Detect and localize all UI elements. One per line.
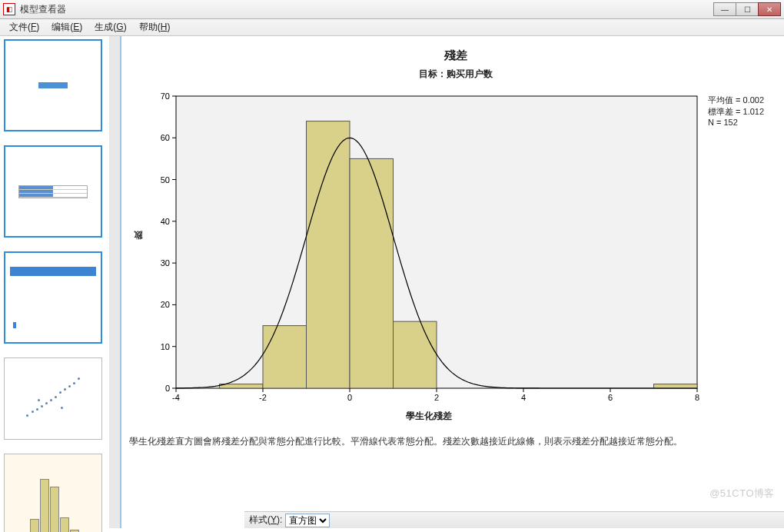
svg-text:30: 30 <box>161 258 170 268</box>
svg-text:4: 4 <box>521 393 526 402</box>
stat-n: N = 152 <box>708 118 764 127</box>
chart-container: 殘差 目标：购买用户数 次數 010203040506070-4-202468 … <box>129 48 782 448</box>
style-label: 样式(Y): <box>249 514 282 527</box>
menubar: 文件(F) 编辑(E) 生成(G) 帮助(H) <box>0 19 784 36</box>
thumbnail-scrollbar[interactable] <box>109 36 120 528</box>
x-axis-label: 學生化殘差 <box>152 410 706 423</box>
chart-caption: 學生化殘差直方圖會將殘差分配與常態分配進行比較。平滑線代表常態分配。殘差次數越接… <box>129 435 782 448</box>
svg-text:50: 50 <box>161 175 170 185</box>
svg-text:-2: -2 <box>259 393 267 402</box>
svg-text:2: 2 <box>434 393 439 402</box>
app-icon: ◧ <box>3 3 15 15</box>
style-select[interactable]: 直方图 <box>285 514 330 527</box>
svg-text:-4: -4 <box>172 393 180 402</box>
svg-rect-1 <box>220 384 264 388</box>
thumbnail-sidebar[interactable] <box>0 36 121 528</box>
svg-rect-5 <box>394 321 437 388</box>
y-axis-label: 次數 <box>129 101 148 394</box>
svg-text:60: 60 <box>161 133 170 142</box>
thumbnail-2-graphic <box>18 185 88 198</box>
svg-text:10: 10 <box>161 342 170 351</box>
minimize-button[interactable]: — <box>713 2 736 16</box>
thumbnail-5-graphic <box>15 464 91 533</box>
svg-text:40: 40 <box>161 217 170 226</box>
thumbnail-5[interactable] <box>4 454 102 532</box>
menu-file[interactable]: 文件(F) <box>3 19 45 35</box>
main-panel: 殘差 目标：购买用户数 次數 010203040506070-4-202468 … <box>121 36 784 528</box>
thumbnail-1[interactable] <box>4 39 102 131</box>
plot-row: 次數 010203040506070-4-202468 平均值 = 0.002 … <box>129 90 782 405</box>
svg-rect-2 <box>263 326 307 388</box>
body: 殘差 目标：购买用户数 次數 010203040506070-4-202468 … <box>0 36 784 528</box>
svg-rect-3 <box>307 121 350 388</box>
thumbnail-4[interactable] <box>4 357 102 440</box>
watermark: @51CTO博客 <box>709 487 775 500</box>
thumbnail-3[interactable] <box>4 251 102 344</box>
svg-text:8: 8 <box>695 393 699 402</box>
close-button[interactable]: ✕ <box>758 2 781 16</box>
menu-generate[interactable]: 生成(G) <box>88 19 132 35</box>
maximize-button[interactable]: ☐ <box>736 2 759 16</box>
svg-text:6: 6 <box>608 393 613 402</box>
histogram-svg: 010203040506070-4-202468 <box>150 90 703 405</box>
svg-text:0: 0 <box>165 384 170 393</box>
thumbnail-4-graphic <box>15 368 91 430</box>
svg-rect-4 <box>350 158 394 388</box>
stat-sd: 標準差 = 1.012 <box>708 106 764 118</box>
menu-edit[interactable]: 编辑(E) <box>45 19 88 35</box>
menu-help[interactable]: 帮助(H) <box>133 19 177 35</box>
svg-text:0: 0 <box>347 393 352 402</box>
stat-mean: 平均值 = 0.002 <box>708 95 764 106</box>
window-buttons: — ☐ ✕ <box>714 2 781 16</box>
thumbnail-3-graphic <box>10 267 96 328</box>
svg-rect-6 <box>654 384 698 388</box>
style-bar: 样式(Y): 直方图 <box>244 511 784 528</box>
svg-text:20: 20 <box>161 300 170 309</box>
chart-subtitle: 目标：购买用户数 <box>129 68 782 81</box>
chart-title: 殘差 <box>129 48 782 63</box>
window-title: 模型查看器 <box>20 3 714 16</box>
plot-area: 010203040506070-4-202468 <box>150 90 703 405</box>
titlebar: ◧ 模型查看器 — ☐ ✕ <box>0 0 784 19</box>
chart-stats: 平均值 = 0.002 標準差 = 1.012 N = 152 <box>708 95 764 127</box>
svg-text:70: 70 <box>161 91 170 101</box>
thumbnail-2[interactable] <box>4 145 102 238</box>
thumbnail-1-graphic <box>38 81 68 89</box>
